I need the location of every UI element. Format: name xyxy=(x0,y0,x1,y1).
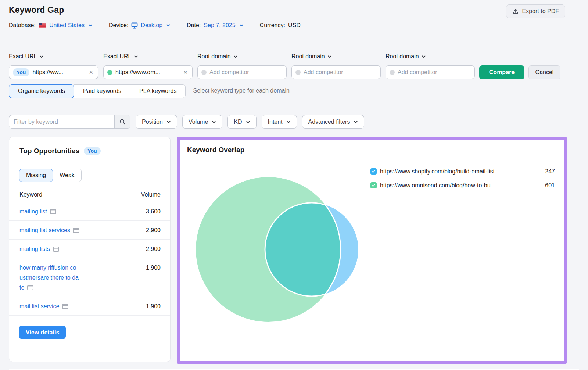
legend-count: 247 xyxy=(542,168,555,175)
keyword-overlap-title: Keyword Overlap xyxy=(187,146,244,154)
keyword-link[interactable]: te xyxy=(19,283,24,292)
chevron-down-icon xyxy=(233,54,238,59)
add-competitor-placeholder: Add competitor xyxy=(304,69,377,76)
tab-paid-keywords[interactable]: Paid keywords xyxy=(74,84,130,98)
search-icon xyxy=(119,119,126,125)
match-type-dropdown[interactable]: Exact URL xyxy=(103,53,193,61)
filter-dropdown-volume[interactable]: Volume xyxy=(182,115,222,129)
device-value: Desktop xyxy=(141,22,162,29)
match-type-dropdown[interactable]: Root domain xyxy=(386,53,475,61)
match-type-dropdown[interactable]: Root domain xyxy=(197,53,287,61)
legend-count: 601 xyxy=(542,182,555,189)
table-row: mailing lists2,900 xyxy=(9,240,170,258)
add-competitor-input[interactable]: Add competitor xyxy=(386,65,475,79)
empty-dot-icon xyxy=(201,70,207,75)
currency-label: Currency: xyxy=(260,22,285,29)
missing-weak-toggle: MissingWeak xyxy=(19,169,170,182)
keyword-overlap-panel: Keyword Overlap https://www.shopify.com/… xyxy=(177,137,567,364)
export-to-pdf-button[interactable]: Export to PDF xyxy=(506,4,565,18)
match-type-label: Exact URL xyxy=(9,53,37,60)
tab-pla-keywords[interactable]: PLA keywords xyxy=(130,84,186,98)
date-selector[interactable]: Date: Sep 7, 2025 xyxy=(187,22,244,29)
selector-column: Exact URLYouhttps://ww...✕ xyxy=(9,53,98,79)
competitor-domain-input[interactable]: https://www.om...✕ xyxy=(103,65,193,79)
top-opportunities-panel: Top Opportunities You MissingWeak Keywor… xyxy=(9,137,171,362)
export-icon xyxy=(512,8,519,15)
view-details-button[interactable]: View details xyxy=(19,326,66,339)
serp-features-icon xyxy=(73,228,79,233)
you-domain-input[interactable]: Youhttps://ww...✕ xyxy=(9,65,98,79)
legend-checkbox[interactable] xyxy=(370,182,377,188)
keyword-type-tabs: Organic keywordsPaid keywordsPLA keyword… xyxy=(9,84,186,98)
add-competitor-placeholder: Add competitor xyxy=(398,69,471,76)
volume-value: 2,900 xyxy=(146,225,161,235)
volume-value: 2,900 xyxy=(146,244,161,254)
keyword-filter xyxy=(9,115,130,129)
chevron-down-icon xyxy=(422,54,426,59)
selector-column: Exact URLhttps://www.om...✕ xyxy=(103,53,193,79)
device-selector[interactable]: Device: Desktop xyxy=(109,22,171,29)
filter-dropdown-intent[interactable]: Intent xyxy=(262,115,297,129)
close-icon[interactable]: ✕ xyxy=(182,69,189,76)
chevron-down-icon xyxy=(88,23,93,28)
top-opportunities-title: Top Opportunities xyxy=(19,147,79,155)
table-row: how many riffusion coustmersare there to… xyxy=(9,258,170,297)
desktop-icon xyxy=(131,22,138,29)
filter-dropdown-kd[interactable]: KD xyxy=(227,115,256,129)
toggle-missing[interactable]: Missing xyxy=(19,169,53,182)
toggle-weak[interactable]: Weak xyxy=(53,169,82,182)
volume-value: 1,900 xyxy=(146,301,161,311)
search-button[interactable] xyxy=(114,115,130,128)
overlap-legend: https://www.shopify.com/blog/build-email… xyxy=(370,166,555,191)
keyword-link[interactable]: mailing list xyxy=(19,206,47,216)
selector-column: Root domainAdd competitor xyxy=(197,53,287,79)
match-type-dropdown[interactable]: Root domain xyxy=(291,53,381,61)
empty-dot-icon xyxy=(295,70,301,75)
keyword-link[interactable]: mailing list services xyxy=(19,225,70,235)
add-competitor-input[interactable]: Add competitor xyxy=(197,65,287,79)
keyword-link[interactable]: ustmersare there to da xyxy=(19,273,79,283)
filter-dropdown-advanced-filters[interactable]: Advanced filters xyxy=(302,115,365,129)
select-keyword-type-link[interactable]: Select keyword type for each domain xyxy=(193,87,289,95)
device-label: Device: xyxy=(109,22,128,29)
add-competitor-placeholder: Add competitor xyxy=(209,69,283,76)
date-label: Date: xyxy=(187,22,201,29)
filter-dropdown-position[interactable]: Position xyxy=(136,115,177,129)
you-badge: You xyxy=(13,68,29,76)
add-competitor-input[interactable]: Add competitor xyxy=(291,65,381,79)
filter-dropdown-label: Advanced filters xyxy=(308,119,350,125)
serp-features-icon xyxy=(53,247,59,252)
you-badge: You xyxy=(84,147,100,155)
match-type-label: Exact URL xyxy=(103,53,131,60)
close-icon[interactable]: ✕ xyxy=(88,69,94,76)
chevron-down-icon xyxy=(239,23,244,28)
domain-value: https://www.om... xyxy=(115,69,179,76)
keyword-gap-page: Keyword Gap Export to PDF Database: xyxy=(0,0,588,370)
serp-features-icon xyxy=(27,285,33,290)
chevron-down-icon xyxy=(134,54,138,59)
chevron-down-icon xyxy=(327,54,332,59)
match-type-dropdown[interactable]: Exact URL xyxy=(9,53,98,61)
keyword-column-header: Keyword xyxy=(19,191,141,198)
venn-diagram xyxy=(184,169,360,331)
volume-column-header: Volume xyxy=(141,191,161,198)
compare-button[interactable]: Compare xyxy=(479,65,524,79)
database-selector[interactable]: Database: United States xyxy=(9,22,93,29)
panel-divider xyxy=(9,158,170,158)
keyword-link[interactable]: mailing lists xyxy=(19,244,50,254)
chevron-down-icon xyxy=(166,23,171,28)
keyword-filter-input[interactable] xyxy=(9,115,114,128)
keyword-link[interactable]: how many riffusion co xyxy=(19,263,76,273)
keyword-link[interactable]: mail list service xyxy=(19,301,59,311)
date-value: Sep 7, 2025 xyxy=(204,22,235,29)
legend-checkbox[interactable] xyxy=(370,168,377,175)
serp-features-icon xyxy=(50,209,56,214)
serp-features-icon xyxy=(62,304,68,309)
cancel-button[interactable]: Cancel xyxy=(528,65,560,79)
keyword-type-row: Organic keywordsPaid keywordsPLA keyword… xyxy=(9,84,290,98)
filter-dropdown-label: Intent xyxy=(268,119,283,125)
tab-organic-keywords[interactable]: Organic keywords xyxy=(9,84,74,98)
report-settings-bar: Database: United States Devic xyxy=(9,22,301,29)
match-type-label: Root domain xyxy=(197,53,231,60)
table-row: mail list service1,900 xyxy=(9,297,170,316)
